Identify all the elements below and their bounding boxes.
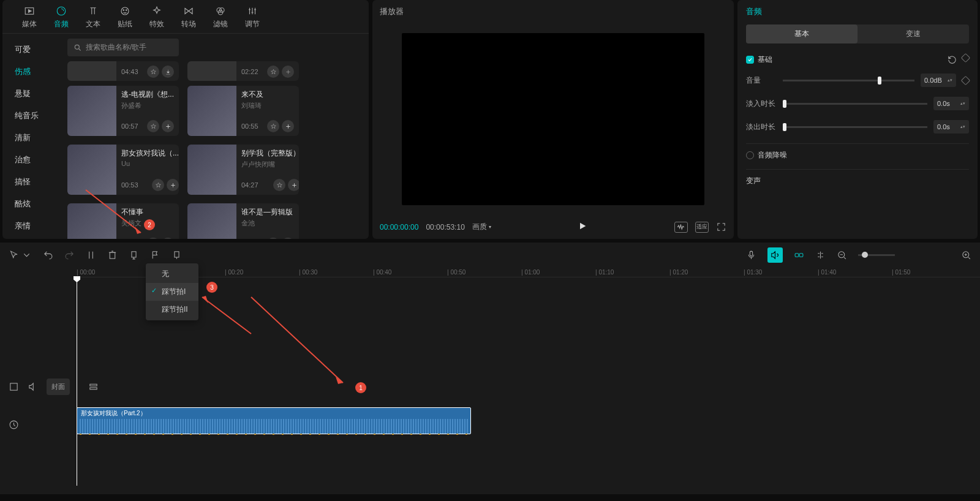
track-card[interactable]: 02:22 xyxy=(187,61,299,81)
track-card[interactable]: 逃-电视剧《想... 孙盛希 00:57 xyxy=(67,86,179,136)
dd-item-beat2[interactable]: 踩节拍II xyxy=(146,301,198,318)
marker-button-3[interactable] xyxy=(172,250,182,260)
prop-volume: 音量 0.0dB▴▾ xyxy=(746,73,969,87)
fullscreen-button[interactable] xyxy=(716,222,726,232)
cursor-dropdown[interactable] xyxy=(21,250,32,260)
sidebar-item-cool[interactable]: 酷炫 xyxy=(2,193,62,215)
svg-rect-20 xyxy=(10,383,17,390)
ruler-tick: | 01:50 xyxy=(892,269,910,276)
sidebar-item-healing[interactable]: 治愈 xyxy=(2,149,62,171)
play-button[interactable] xyxy=(578,221,587,233)
delete-button[interactable] xyxy=(107,250,118,260)
align-button[interactable] xyxy=(815,250,826,260)
marker-dropdown-button[interactable] xyxy=(129,250,139,260)
volume-slider[interactable] xyxy=(783,80,914,81)
svg-marker-1 xyxy=(29,10,32,13)
volume-keyframe[interactable] xyxy=(961,75,971,85)
zoom-in-button[interactable] xyxy=(961,250,971,260)
keyframe-button[interactable] xyxy=(961,53,971,63)
adapt-button[interactable]: 适应 xyxy=(695,222,709,233)
svg-rect-14 xyxy=(175,252,179,257)
track-collapse-icon[interactable] xyxy=(88,382,99,392)
tab-transition[interactable]: 转场 xyxy=(173,2,205,33)
cursor-tool[interactable] xyxy=(9,250,19,260)
zoom-out-button[interactable] xyxy=(837,250,847,260)
undo-button[interactable] xyxy=(43,250,53,260)
tab-media[interactable]: 媒体 xyxy=(13,2,45,33)
sidebar-item-funny[interactable]: 搞怪 xyxy=(2,171,62,193)
redo-button[interactable] xyxy=(64,250,75,260)
link-button[interactable] xyxy=(794,250,804,260)
add-button[interactable] xyxy=(282,66,294,78)
track-card[interactable]: 谁不是—剪辑版 金池 00:41 xyxy=(187,203,299,239)
sidebar-item-family[interactable]: 亲情 xyxy=(2,215,62,237)
sidebar-item-cute[interactable]: 可爱 xyxy=(2,39,62,61)
add-button[interactable] xyxy=(167,179,179,191)
favorite-button[interactable] xyxy=(147,66,159,78)
ruler-tick: | 00:00 xyxy=(77,269,95,276)
fadein-value[interactable]: 0.0s▴▾ xyxy=(933,97,969,110)
favorite-button[interactable] xyxy=(273,179,285,191)
time-current: 00:00:00:00 xyxy=(380,223,418,232)
volume-value[interactable]: 0.0dB▴▾ xyxy=(921,73,956,87)
add-button[interactable] xyxy=(282,120,294,132)
split-button[interactable] xyxy=(86,250,96,260)
mute-icon[interactable] xyxy=(28,382,38,392)
noise-checkbox[interactable] xyxy=(746,151,754,159)
svg-point-4 xyxy=(123,10,124,11)
player-title: 播放器 xyxy=(380,6,726,17)
zoom-slider[interactable] xyxy=(858,254,895,256)
ruler-tick: | 01:20 xyxy=(669,269,688,276)
fadeout-value[interactable]: 0.0s▴▾ xyxy=(933,120,969,134)
sidebar-item-suspense[interactable]: 悬疑 xyxy=(2,83,62,105)
fadein-slider[interactable] xyxy=(783,103,927,105)
tab-basic[interactable]: 基本 xyxy=(746,24,858,43)
favorite-button[interactable] xyxy=(152,179,164,191)
mic-button[interactable] xyxy=(746,250,756,260)
favorite-button[interactable] xyxy=(147,120,159,132)
tab-audio[interactable]: 音频 xyxy=(45,2,77,33)
timeline-ruler[interactable]: | 00:00| 00:10| 00:20| 00:30| 00:40| 00:… xyxy=(77,268,980,277)
sidebar-item-sad[interactable]: 伤感 xyxy=(2,61,62,83)
tab-filter[interactable]: 滤镜 xyxy=(205,2,236,33)
download-button[interactable] xyxy=(162,66,174,78)
dd-item-none[interactable]: 无 xyxy=(146,265,198,283)
add-button[interactable] xyxy=(162,238,174,239)
dd-item-beat1[interactable]: 踩节拍I xyxy=(146,283,198,301)
sidebar-item-fresh[interactable]: 清新 xyxy=(2,127,62,149)
svg-marker-27 xyxy=(202,296,208,303)
search-input[interactable]: 搜索歌曲名称/歌手 xyxy=(67,39,179,56)
basic-checkbox[interactable] xyxy=(746,56,754,64)
add-button[interactable] xyxy=(282,238,294,239)
audio-track-toggle[interactable] xyxy=(767,247,783,263)
ruler-tick: | 01:30 xyxy=(744,269,762,276)
expand-icon[interactable] xyxy=(9,382,19,392)
track-card[interactable]: 来不及 刘瑞琦 00:55 xyxy=(187,86,299,136)
waveform-button[interactable] xyxy=(674,222,688,233)
favorite-button[interactable] xyxy=(267,238,279,239)
flag-marker-button[interactable] xyxy=(150,250,160,260)
audio-clip[interactable]: 那女孩对我说（Part.2） xyxy=(77,407,471,434)
add-button[interactable] xyxy=(162,120,174,132)
reset-button[interactable] xyxy=(947,55,957,65)
tab-sticker[interactable]: 贴纸 xyxy=(109,2,141,33)
tab-effects[interactable]: 特效 xyxy=(141,2,173,33)
sidebar-item-instrumental[interactable]: 纯音乐 xyxy=(2,105,62,127)
track-title: 谁不是—剪辑版 xyxy=(241,207,294,217)
tab-speed[interactable]: 变速 xyxy=(858,24,969,43)
tab-text[interactable]: 文本 xyxy=(77,2,109,33)
track-thumbnail xyxy=(67,86,116,136)
track-card[interactable]: 04:43 xyxy=(67,61,179,81)
clock-icon[interactable] xyxy=(9,420,19,430)
ruler-tick: | 01:00 xyxy=(521,269,540,276)
add-button[interactable] xyxy=(288,179,299,191)
favorite-button[interactable] xyxy=(267,66,279,78)
quality-selector[interactable]: 画质 ▾ xyxy=(472,222,491,232)
cover-button[interactable]: 封面 xyxy=(47,379,70,395)
track-card[interactable]: 别学我（完整版） 卢卢快闭嘴 04:27 xyxy=(187,145,299,195)
tab-adjust[interactable]: 调节 xyxy=(236,2,268,33)
voice-change-label: 变声 xyxy=(746,176,761,186)
noise-label: 音频降噪 xyxy=(758,150,787,160)
fadeout-slider[interactable] xyxy=(783,126,927,128)
favorite-button[interactable] xyxy=(267,120,279,132)
